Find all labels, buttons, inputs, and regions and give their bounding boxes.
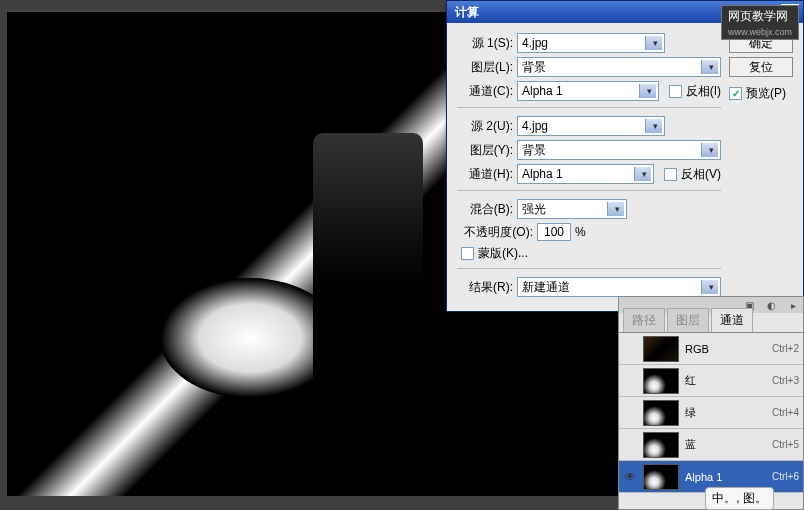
tab-paths[interactable]: 路径 (623, 308, 665, 332)
channel-row[interactable]: 蓝Ctrl+5 (619, 429, 803, 461)
chevron-down-icon: ▾ (653, 38, 658, 48)
visibility-icon[interactable] (623, 342, 637, 356)
channels-panel: ▣ ◐ ▸ 路径 图层 通道 RGBCtrl+2红Ctrl+3绿Ctrl+4蓝C… (618, 296, 804, 510)
channel-shortcut: Ctrl+4 (772, 407, 799, 418)
source1-invert-label: 反相(I) (686, 83, 721, 100)
visibility-icon[interactable] (623, 406, 637, 420)
chevron-down-icon: ▾ (709, 145, 714, 155)
source2-layer-label: 图层(Y): (457, 142, 513, 159)
result-label: 结果(R): (457, 279, 513, 296)
channel-thumbnail (643, 432, 679, 458)
channel-name: 红 (685, 373, 766, 388)
source1-label: 源 1(S): (457, 35, 513, 52)
channel-name: Alpha 1 (685, 471, 766, 483)
source2-channel-dropdown[interactable]: Alpha 1▾ (517, 164, 654, 184)
chevron-down-icon: ▾ (615, 204, 620, 214)
tab-layers[interactable]: 图层 (667, 308, 709, 332)
source1-layer-label: 图层(L): (457, 59, 513, 76)
channel-list: RGBCtrl+2红Ctrl+3绿Ctrl+4蓝Ctrl+5👁Alpha 1Ct… (619, 333, 803, 509)
channel-shortcut: Ctrl+6 (772, 471, 799, 482)
source1-channel-dropdown[interactable]: Alpha 1▾ (517, 81, 659, 101)
divider (457, 107, 721, 108)
divider (457, 268, 721, 269)
visibility-icon[interactable] (623, 374, 637, 388)
channel-row[interactable]: RGBCtrl+2 (619, 333, 803, 365)
channel-thumbnail (643, 464, 679, 490)
panel-menu-icon[interactable]: ▸ (787, 299, 799, 311)
calculations-dialog: 计算 × 源 1(S): 4.jpg▾ 图层(L): 背景▾ 通道(C): Al… (446, 0, 804, 312)
opacity-suffix: % (575, 225, 586, 239)
tab-channels[interactable]: 通道 (711, 308, 753, 332)
source2-layer-dropdown[interactable]: 背景▾ (517, 140, 721, 160)
reset-button[interactable]: 复位 (729, 57, 793, 77)
divider (457, 190, 721, 191)
watermark-title: 网页教学网 (728, 9, 788, 23)
visibility-icon[interactable]: 👁 (623, 470, 637, 484)
chevron-down-icon: ▾ (653, 121, 658, 131)
panel-tabs: 路径 图层 通道 (619, 313, 803, 333)
watermark: 网页教学网 www.webjx.com (721, 5, 799, 40)
source2-label: 源 2(U): (457, 118, 513, 135)
mask-label: 蒙版(K)... (478, 245, 528, 262)
chevron-down-icon: ▾ (642, 169, 647, 179)
quickmask-icon[interactable]: ◐ (765, 299, 777, 311)
channel-name: 蓝 (685, 437, 766, 452)
result-dropdown[interactable]: 新建通道▾ (517, 277, 721, 297)
preview-checkbox[interactable] (729, 87, 742, 100)
ime-status[interactable]: 中。, 图。 (705, 487, 774, 510)
channel-shortcut: Ctrl+3 (772, 375, 799, 386)
blending-dropdown[interactable]: 强光▾ (517, 199, 627, 219)
opacity-input[interactable]: 100 (537, 223, 571, 241)
source1-dropdown[interactable]: 4.jpg▾ (517, 33, 665, 53)
opacity-label: 不透明度(O): (457, 224, 533, 241)
channel-name: 绿 (685, 405, 766, 420)
channel-thumbnail (643, 400, 679, 426)
channel-row[interactable]: 绿Ctrl+4 (619, 397, 803, 429)
channel-thumbnail (643, 368, 679, 394)
channel-name: RGB (685, 343, 766, 355)
source2-dropdown[interactable]: 4.jpg▾ (517, 116, 665, 136)
source1-layer-dropdown[interactable]: 背景▾ (517, 57, 721, 77)
preview-label: 预览(P) (746, 85, 786, 102)
channel-row[interactable]: 红Ctrl+3 (619, 365, 803, 397)
source1-channel-label: 通道(C): (457, 83, 513, 100)
source2-invert-checkbox[interactable] (664, 168, 677, 181)
mask-checkbox[interactable] (461, 247, 474, 260)
visibility-icon[interactable] (623, 438, 637, 452)
source1-invert-checkbox[interactable] (669, 85, 682, 98)
channel-shortcut: Ctrl+5 (772, 439, 799, 450)
watermark-url: www.webjx.com (728, 27, 792, 37)
source2-invert-label: 反相(V) (681, 166, 721, 183)
channel-thumbnail (643, 336, 679, 362)
blending-label: 混合(B): (457, 201, 513, 218)
chevron-down-icon: ▾ (709, 62, 714, 72)
channel-shortcut: Ctrl+2 (772, 343, 799, 354)
source2-channel-label: 通道(H): (457, 166, 513, 183)
chevron-down-icon: ▾ (647, 86, 652, 96)
chevron-down-icon: ▾ (709, 282, 714, 292)
